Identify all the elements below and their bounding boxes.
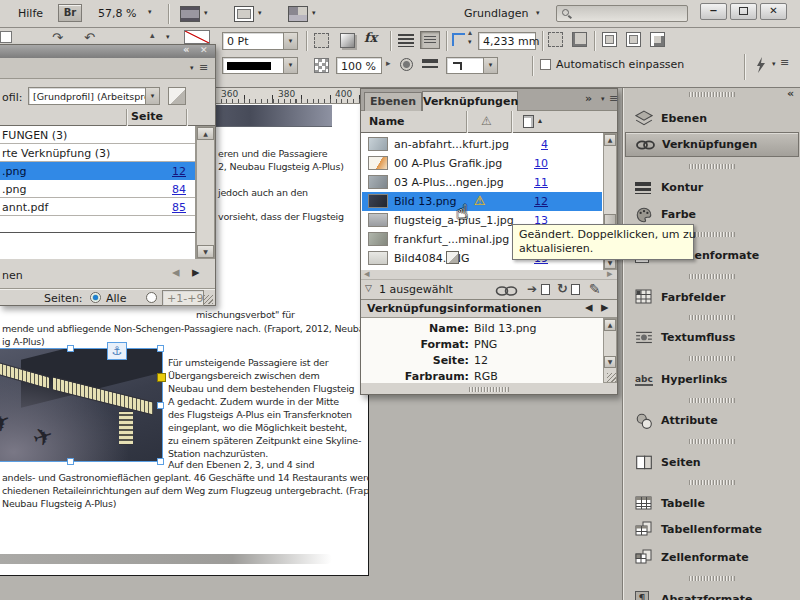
sidebar-item-verknuepfungen[interactable]: Verknüpfungen [625, 132, 799, 157]
page-range-combo[interactable]: +1-+9 [162, 290, 204, 306]
group-drag-handle[interactable] [689, 356, 735, 361]
preflight-titlebar[interactable]: « ✕ [0, 45, 215, 58]
anchor-badge[interactable]: ⚓ [107, 342, 127, 360]
placed-image-frame[interactable]: ✈ ✈ ⚓ [0, 348, 163, 462]
workspace-switcher[interactable]: Grundlagen [464, 7, 529, 20]
view-options-icon[interactable] [180, 6, 200, 22]
spin-down-icon[interactable]: ▾ [166, 33, 170, 41]
panel-menu-icon[interactable]: ≡ [609, 92, 618, 105]
screen-mode-icon[interactable] [234, 6, 254, 22]
panel-resize-grip[interactable] [204, 295, 213, 304]
opacity-field[interactable]: 100 % [336, 57, 382, 74]
screen-mode-dropdown-icon[interactable]: ▾ [258, 9, 262, 17]
next-error-icon[interactable]: ▸ [192, 263, 200, 281]
scroll-up-button[interactable]: ▲ [604, 134, 616, 146]
zoom-dropdown-icon[interactable]: ▾ [148, 8, 152, 16]
window-minimize-button[interactable]: − [700, 3, 727, 20]
search-field[interactable] [556, 5, 688, 22]
anchored-object-marker[interactable] [157, 373, 166, 382]
name-column-header[interactable]: Name [369, 115, 405, 128]
embed-profile-icon[interactable] [168, 87, 186, 105]
scroll-down-button[interactable]: ▼ [197, 245, 214, 258]
error-page-link[interactable]: 12 [148, 165, 186, 178]
dock-drag-handle[interactable] [689, 92, 735, 97]
error-page-link[interactable]: 85 [148, 201, 186, 214]
controlbar-menu-dropdown-icon[interactable]: ▾ [772, 60, 776, 68]
list-item[interactable]: .png 12 [0, 162, 196, 180]
sidebar-item-absatzformate[interactable]: ¶ Absatzformate [623, 588, 800, 600]
list-item[interactable]: FUNGEN (3) [0, 126, 196, 144]
selection-handle[interactable] [157, 345, 164, 352]
bridge-button[interactable]: Br [58, 4, 82, 22]
sidebar-item-zellenformate[interactable]: Zellenformate [623, 546, 800, 571]
sidebar-item-hyperlinks[interactable]: abc Hyperlinks [623, 368, 800, 393]
panel-expand-icon[interactable]: » [585, 92, 592, 105]
panel-drag-handle[interactable] [469, 387, 509, 392]
pages-range-radio[interactable] [146, 292, 157, 303]
search-input[interactable] [573, 7, 685, 18]
sidebar-item-ebenen[interactable]: Ebenen [623, 107, 800, 132]
corner-size-field[interactable]: 4,233 mm [478, 32, 536, 50]
justify-text-icon[interactable] [398, 34, 414, 47]
stroke-color-combo[interactable]: ▾ [222, 57, 298, 74]
error-page-link[interactable]: 84 [148, 183, 186, 196]
scroll-down-button[interactable]: ▼ [604, 356, 616, 368]
transparency-icon[interactable] [314, 33, 329, 48]
view-options-dropdown-icon[interactable]: ▾ [204, 9, 208, 17]
group-drag-handle[interactable] [689, 232, 735, 237]
goto-link-icon[interactable]: ➔ [527, 282, 537, 296]
list-item[interactable]: rte Verknüpfung (3) [0, 144, 196, 162]
fit-content-icon[interactable] [572, 32, 587, 47]
panel-close-icon[interactable]: ✕ [200, 45, 208, 55]
align-bars-icon[interactable] [422, 59, 438, 71]
selection-expander-icon[interactable]: ▽ [365, 283, 372, 293]
stroke-weight-combo[interactable]: 0 Pt ▾ [222, 32, 298, 50]
blend-circle-icon[interactable] [400, 58, 413, 71]
swatch-partial[interactable] [0, 31, 12, 43]
undo-icon[interactable]: ↶ [84, 30, 95, 45]
fill-frame-proportionally-icon[interactable] [626, 32, 641, 47]
modified-warning-icon[interactable]: ⚠ [474, 193, 486, 208]
edit-original-pencil-icon[interactable]: ✎ [589, 281, 601, 297]
group-drag-handle[interactable] [689, 480, 735, 485]
dock-collapse-icon[interactable]: « [787, 87, 794, 100]
link-page[interactable]: 12 [512, 195, 548, 208]
prev-error-icon[interactable]: ◂ [172, 263, 180, 281]
opacity-flyout-icon[interactable]: ▸ [386, 58, 391, 68]
spin-up-icon[interactable]: ▴ [150, 30, 155, 40]
sidebar-item-textumfluss[interactable]: Textumfluss [623, 326, 800, 351]
fit-frame-icon[interactable] [548, 32, 563, 47]
hscroll-right-icon[interactable]: ▸ [607, 267, 613, 280]
group-drag-handle[interactable] [689, 274, 735, 279]
group-drag-handle[interactable] [689, 576, 735, 581]
text-frame-options-icon[interactable] [420, 31, 440, 49]
panel-menu-dropdown-icon[interactable]: ▾ [190, 64, 194, 72]
profile-combo[interactable]: [Grundprofil] (Arbeitsprofil) ▾ [28, 87, 160, 105]
profile-dropdown-icon[interactable]: ▾ [145, 88, 159, 104]
corner-style-dropdown-icon[interactable]: ▾ [483, 58, 497, 73]
page-column-header-icon[interactable] [523, 115, 534, 128]
window-maximize-button[interactable] [730, 3, 757, 20]
fit-content-proportionally-icon[interactable] [602, 32, 617, 47]
corner-spin-up-icon[interactable]: ▴ [468, 28, 472, 37]
link-page[interactable]: 11 [512, 176, 548, 189]
links-hscroll[interactable]: ◂ ▸ [361, 270, 617, 280]
drop-shadow-icon[interactable] [340, 33, 355, 48]
group-drag-handle[interactable] [689, 315, 735, 320]
menu-hilfe[interactable]: Hilfe [12, 5, 49, 22]
selection-handle[interactable] [67, 458, 74, 465]
sidebar-item-attribute[interactable]: Attribute [623, 409, 800, 434]
group-drag-handle[interactable] [689, 164, 735, 169]
status-column-header-icon[interactable]: ⚠ [481, 114, 492, 128]
workspace-dropdown-icon[interactable]: ▾ [536, 9, 540, 17]
autofit-checkbox[interactable] [540, 59, 551, 70]
opacity-checker-icon[interactable] [314, 58, 329, 73]
selection-handle[interactable] [157, 458, 164, 465]
scroll-up-button[interactable]: ▲ [604, 319, 616, 331]
panel-menu-icon[interactable]: ≡ [199, 61, 208, 74]
window-close-button[interactable]: ✕ [760, 3, 787, 20]
zoom-level-value[interactable]: 57,8 % [98, 7, 136, 20]
corner-spin-down-icon[interactable]: ▾ [468, 38, 472, 46]
stroke-color-dropdown-icon[interactable]: ▾ [283, 58, 297, 73]
group-drag-handle[interactable] [689, 398, 735, 403]
